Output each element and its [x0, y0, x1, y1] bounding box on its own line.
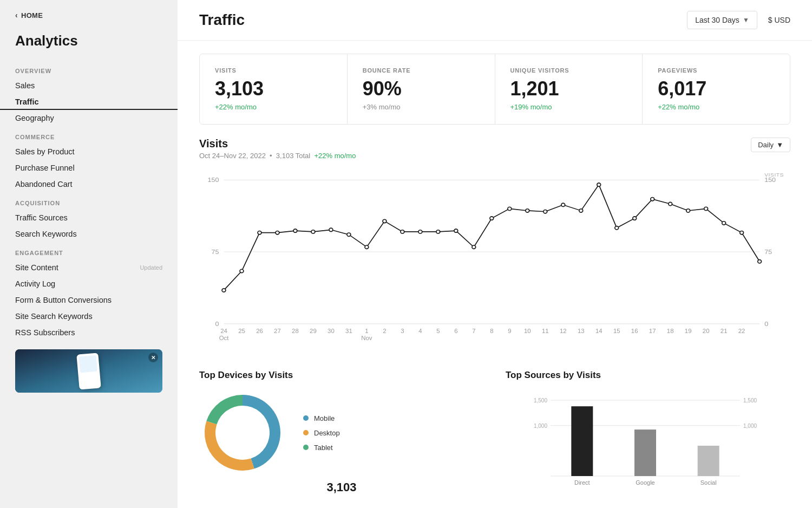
- chart-date-range: Oct 24–Nov 22, 2022: [199, 152, 266, 160]
- legend-item-mobile: Mobile: [303, 414, 340, 422]
- sidebar-item-activity-log[interactable]: Activity Log: [0, 276, 178, 292]
- svg-point-19: [383, 219, 387, 223]
- close-promo-button[interactable]: ✕: [148, 353, 158, 362]
- stat-card-pageviews: PAGEVIEWS6,017+22% mo/mo: [643, 54, 790, 124]
- svg-point-33: [633, 217, 637, 220]
- svg-rect-82: [634, 429, 656, 476]
- legend-item-desktop: Desktop: [303, 429, 340, 437]
- svg-point-35: [669, 202, 672, 205]
- sidebar-item-label-sales: Sales: [15, 81, 35, 90]
- sidebar-item-label-traffic-sources: Traffic Sources: [15, 213, 68, 222]
- sidebar-item-label-traffic: Traffic: [15, 97, 39, 106]
- chart-period-button[interactable]: Daily ▼: [751, 138, 790, 152]
- svg-text:2: 2: [383, 328, 386, 334]
- stat-label-unique-visitors: UNIQUE VISITORS: [510, 67, 627, 74]
- svg-text:Oct: Oct: [219, 335, 229, 341]
- bar-chart-wrapper: 1,0001,0001,5001,500DirectGoogleSocial: [506, 389, 790, 476]
- legend-dot-tablet: [303, 445, 309, 450]
- svg-text:20: 20: [703, 328, 710, 334]
- stat-value-unique-visitors: 1,201: [510, 79, 627, 99]
- sidebar-item-label-activity-log: Activity Log: [15, 279, 55, 288]
- visits-chart-section: Visits Oct 24–Nov 22, 2022 • 3,103 Total…: [199, 138, 790, 353]
- svg-text:Social: Social: [700, 479, 717, 486]
- svg-point-37: [704, 207, 708, 210]
- stat-value-visits: 3,103: [215, 79, 332, 99]
- svg-rect-84: [698, 446, 719, 476]
- sidebar-item-label-site-content: Site Content: [15, 263, 58, 272]
- svg-point-22: [436, 230, 440, 233]
- svg-text:31: 31: [345, 328, 352, 334]
- sidebar-item-geography[interactable]: Geography: [0, 110, 178, 126]
- sidebar-item-traffic-sources[interactable]: Traffic Sources: [0, 210, 178, 226]
- svg-text:0: 0: [764, 321, 768, 328]
- stat-label-bounce-rate: BOUNCE RATE: [363, 67, 480, 74]
- sidebar-item-rss[interactable]: RSS Subscribers: [0, 324, 178, 341]
- svg-text:13: 13: [578, 328, 585, 334]
- svg-point-29: [561, 203, 565, 206]
- svg-point-31: [597, 183, 601, 186]
- svg-point-40: [758, 260, 762, 263]
- svg-text:27: 27: [274, 328, 281, 334]
- chart-change: +22% mo/mo: [314, 152, 356, 160]
- sidebar-item-traffic[interactable]: Traffic: [0, 94, 178, 110]
- svg-text:18: 18: [667, 328, 674, 334]
- svg-text:29: 29: [310, 328, 317, 334]
- svg-text:4: 4: [418, 328, 422, 334]
- svg-text:Google: Google: [636, 479, 654, 486]
- svg-text:15: 15: [613, 328, 620, 334]
- svg-point-18: [365, 245, 369, 249]
- donut-container: MobileDesktopTablet: [199, 389, 484, 476]
- svg-rect-80: [571, 406, 593, 476]
- legend-label-desktop: Desktop: [314, 429, 340, 437]
- stat-label-visits: VISITS: [215, 67, 332, 74]
- sidebar: ‹ HOME Analytics OVERVIEWSalesTrafficGeo…: [0, 0, 178, 508]
- chevron-down-icon: ▼: [743, 16, 749, 24]
- legend-dot-mobile: [303, 415, 309, 421]
- svg-text:28: 28: [292, 328, 299, 334]
- chevron-left-icon: ‹: [15, 11, 18, 19]
- stat-change-visits: +22% mo/mo: [215, 103, 332, 111]
- sidebar-item-search-keywords[interactable]: Search Keywords: [0, 226, 178, 242]
- sidebar-item-label-form-button: Form & Button Conversions: [15, 296, 112, 304]
- stat-card-bounce-rate: BOUNCE RATE90%+3% mo/mo: [348, 54, 495, 124]
- svg-text:5: 5: [436, 328, 440, 334]
- home-nav[interactable]: ‹ HOME: [0, 0, 178, 28]
- svg-point-10: [222, 289, 226, 292]
- page-title: Traffic: [199, 11, 245, 29]
- visits-chart-wrapper: 007575150150VISITS2425262728293031123456…: [199, 168, 790, 353]
- svg-text:26: 26: [256, 328, 263, 334]
- sidebar-item-site-search[interactable]: Site Search Keywords: [0, 308, 178, 324]
- stats-row: VISITS3,103+22% mo/moBOUNCE RATE90%+3% m…: [199, 54, 790, 125]
- sidebar-section-commerce: COMMERCE: [0, 126, 178, 144]
- svg-point-16: [329, 228, 333, 231]
- svg-text:Direct: Direct: [574, 479, 590, 486]
- main-content: Traffic Last 30 Days ▼ $ USD VISITS3,103…: [178, 0, 812, 508]
- sidebar-item-site-content[interactable]: Site ContentUpdated: [0, 259, 178, 276]
- sidebar-section-acquisition: ACQUISITION: [0, 192, 178, 210]
- svg-point-36: [686, 209, 690, 212]
- svg-text:1: 1: [365, 328, 368, 334]
- date-filter-button[interactable]: Last 30 Days ▼: [687, 11, 757, 29]
- svg-point-34: [651, 197, 654, 200]
- chart-title: Visits: [199, 138, 356, 150]
- svg-text:8: 8: [490, 328, 493, 334]
- sidebar-item-label-rss: RSS Subscribers: [15, 328, 75, 337]
- top-devices-title: Top Devices by Visits: [199, 370, 484, 381]
- stat-value-pageviews: 6,017: [658, 79, 775, 99]
- svg-point-20: [401, 230, 404, 233]
- sidebar-item-form-button[interactable]: Form & Button Conversions: [0, 292, 178, 308]
- sidebar-item-purchase-funnel[interactable]: Purchase Funnel: [0, 160, 178, 176]
- sidebar-section-engagement: ENGAGEMENT: [0, 242, 178, 259]
- svg-text:17: 17: [649, 328, 656, 334]
- svg-point-21: [418, 230, 422, 233]
- sidebar-item-sales[interactable]: Sales: [0, 77, 178, 94]
- sidebar-item-sales-by-product[interactable]: Sales by Product: [0, 144, 178, 160]
- svg-point-12: [258, 231, 261, 234]
- period-chevron-icon: ▼: [776, 141, 783, 149]
- stat-change-pageviews: +22% mo/mo: [658, 103, 775, 111]
- legend-label-mobile: Mobile: [314, 414, 335, 422]
- svg-text:7: 7: [472, 328, 475, 334]
- svg-point-13: [276, 231, 279, 234]
- stat-change-unique-visitors: +19% mo/mo: [510, 103, 627, 111]
- sidebar-item-abandoned-cart[interactable]: Abandoned Cart: [0, 176, 178, 192]
